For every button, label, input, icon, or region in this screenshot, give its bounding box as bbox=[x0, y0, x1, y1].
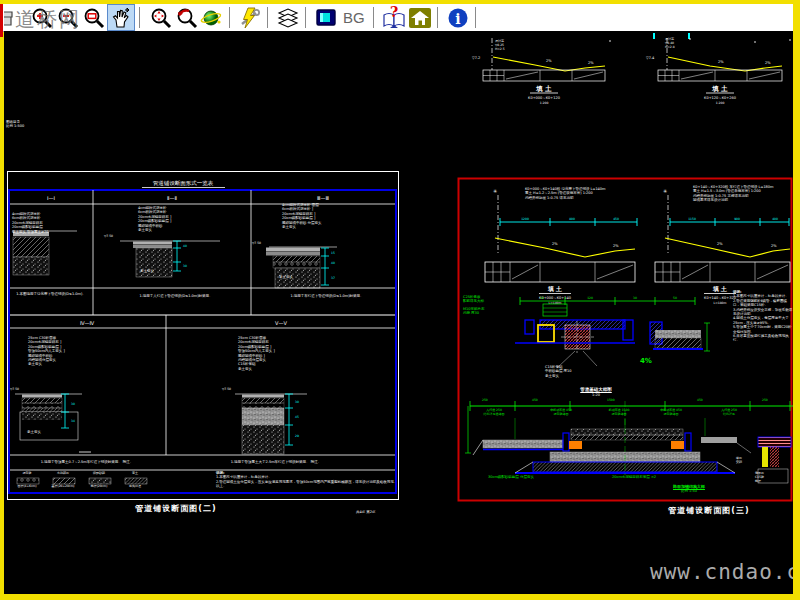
svg-text:50: 50 bbox=[673, 296, 677, 300]
toolbar-button-help[interactable]: ? bbox=[381, 5, 407, 30]
section-header: Ⅴ—Ⅴ bbox=[275, 320, 287, 326]
right-panel-caption: 管道铺设断面图(三) bbox=[644, 505, 774, 516]
help-book-icon: ? bbox=[381, 5, 407, 31]
app-window: 道桥网 bbox=[0, 0, 800, 600]
right-notes: 说明: 1.本图尺寸以厘米计，标高以米计。2.管道采用钢筋砼Ⅱ级管，橡胶圈接口，… bbox=[733, 290, 793, 343]
svg-text:30: 30 bbox=[295, 400, 299, 404]
info-icon: i bbox=[446, 6, 470, 30]
toolbar-button-layers[interactable] bbox=[275, 5, 301, 30]
section-header: Ⅱ—Ⅱ bbox=[167, 195, 177, 201]
zoom-previous-icon bbox=[174, 6, 198, 30]
dim-label: 1500 bbox=[607, 399, 631, 403]
svg-text:▽7.4: ▽7.4 bbox=[646, 56, 655, 60]
green-leader-note: C25砼盖板配筋详见大样 bbox=[463, 295, 507, 304]
trench-caption: 管道基础大样图 1:20 bbox=[550, 387, 642, 397]
spec-block-5: 25cm C30砼面板20cm水泥稳定碎石20cm级配砂砾垫层 ]管顶50cm内… bbox=[238, 336, 344, 371]
lightning-wrench-icon bbox=[238, 6, 262, 30]
section-detail-5: 30 45 29 bbox=[235, 394, 307, 454]
home-icon bbox=[408, 6, 432, 30]
toolbar-button-background[interactable] bbox=[313, 5, 339, 30]
legend-item: 级配砂砾垫层(20cm) bbox=[85, 472, 113, 489]
toolbar-button-zoom-extents[interactable] bbox=[147, 5, 173, 30]
svg-text:2%: 2% bbox=[771, 244, 777, 248]
svg-text:450: 450 bbox=[613, 217, 619, 221]
dim-label: 450 bbox=[532, 399, 556, 403]
toolbar-button-zoom-in[interactable] bbox=[29, 5, 55, 30]
profile-c-title: K0+000～K0+140段 绿化带下管道铺设 L=140m覆土 H=1.2～2… bbox=[525, 187, 643, 200]
svg-text:?: ? bbox=[390, 5, 398, 20]
svg-text:15: 15 bbox=[331, 251, 335, 255]
svg-text:40: 40 bbox=[331, 261, 335, 265]
left-panel-caption: 管道铺设断面图(二) bbox=[114, 503, 238, 514]
clipped-tool-icon[interactable] bbox=[3, 5, 29, 30]
svg-text:120: 120 bbox=[587, 296, 593, 300]
toolbar-button-quick-tools[interactable] bbox=[237, 5, 263, 30]
svg-text:K0+140～K0+320: K0+140～K0+320 bbox=[704, 296, 736, 300]
profile-a: 2% 2% ▽7.2 填 土 K0+000～K0+120 1:200 bbox=[472, 38, 605, 105]
toolbar-button-pan[interactable] bbox=[107, 4, 135, 31]
road-label: 非机动车道 450沥青砼路面 bbox=[537, 409, 585, 417]
green-leader-note: M10浆砌片石沟壁 厚30 bbox=[463, 307, 507, 316]
svg-text:1200: 1200 bbox=[521, 217, 529, 221]
svg-text:填 土: 填 土 bbox=[712, 285, 727, 293]
svg-text:40: 40 bbox=[183, 244, 187, 248]
svg-text:填 土: 填 土 bbox=[711, 85, 728, 93]
spec-block-2: 4cm细粒式沥青砼6cm粗粒式沥青砼20cm水泥稳定碎石 ]20cm级配砂砾垫层… bbox=[138, 206, 240, 232]
green-caption: 路面加铺结构大样 比例 1:50 bbox=[648, 484, 730, 493]
dim-label: 250 bbox=[482, 399, 506, 403]
svg-text:29: 29 bbox=[295, 434, 299, 438]
svg-text:30: 30 bbox=[633, 296, 637, 300]
svg-text:45: 45 bbox=[295, 415, 299, 419]
svg-text:i: i bbox=[455, 10, 460, 26]
svg-text:2%: 2% bbox=[718, 60, 724, 64]
toolbar-button-zoom-window[interactable] bbox=[81, 5, 107, 30]
svg-text:L=140m: L=140m bbox=[549, 301, 562, 305]
elevation-mark: ▽7.50 bbox=[104, 235, 124, 239]
bg-label[interactable]: BG bbox=[339, 9, 369, 26]
section-header: Ⅰ—Ⅰ bbox=[47, 195, 55, 201]
cell-note-4: 1.适用于管顶覆土0.7～2.5m车行道下铺设时采用。 附注。 bbox=[20, 460, 154, 464]
cell-note-2: 1.适用于人行道下管道铺设(D≤1.0m)时采用。 bbox=[106, 294, 246, 298]
legend-item: 水稳碎石基层(20+20cm) bbox=[49, 472, 77, 489]
svg-text:30: 30 bbox=[540, 296, 544, 300]
toolbar-button-home[interactable] bbox=[407, 5, 433, 30]
cell-note-1: 1.本图适用于绿化带下管道铺设(D≤1.0m)。 bbox=[12, 292, 90, 296]
elevation-mark: ▽7.50 bbox=[10, 388, 30, 392]
svg-text:2%: 2% bbox=[588, 61, 594, 65]
profile-a-elevation-block: 设计高▽8.25H=2.5 bbox=[495, 40, 529, 51]
toolbar-button-aerial-view[interactable] bbox=[199, 5, 225, 30]
trench-detail: 30 120 30 50 bbox=[515, 296, 710, 368]
printer-icon bbox=[4, 6, 28, 30]
elevation-mark: ▽7.50 bbox=[222, 388, 242, 392]
section-detail-3: 15 40 37 bbox=[266, 247, 337, 288]
pan-hand-icon bbox=[109, 6, 133, 30]
toolbar-separator bbox=[267, 7, 271, 28]
toolbar-button-info[interactable]: i bbox=[445, 5, 471, 30]
zoom-out-icon bbox=[56, 6, 80, 30]
spec-block-4: 25cm C30砼面板20cm水泥稳定碎石 ]20cm级配砂砾垫层 ]管顶50c… bbox=[28, 336, 140, 367]
toolbar-separator bbox=[229, 7, 233, 28]
profile-d-title: K0+140～K0+320段 车行道下管道铺设 L=180m覆土 H=1.5～3… bbox=[693, 185, 793, 203]
toolbar-button-zoom-previous[interactable] bbox=[173, 5, 199, 30]
toolbar: 道桥网 bbox=[3, 4, 793, 32]
profile-c: ✳ 1200 800 450 2% 2% bbox=[485, 188, 637, 305]
cell-note-5: 1.适用于管顶覆土大于2.5m车行道下铺设时采用。 附注。 bbox=[210, 460, 342, 464]
section-detail-1 bbox=[12, 231, 77, 275]
cad-drawing-canvas[interactable]: 图纸目录 比例 1:500 2% 2% ▽7.2 填 土 bbox=[4, 31, 793, 594]
legend-item: 素土夯实处理 bbox=[121, 472, 149, 489]
svg-text:2%: 2% bbox=[765, 61, 771, 65]
svg-text:2%: 2% bbox=[717, 242, 723, 246]
zoom-extents-icon bbox=[148, 6, 172, 30]
section-detail-4: 30 34 bbox=[15, 394, 91, 452]
svg-text:37: 37 bbox=[331, 276, 335, 280]
svg-text:1:200: 1:200 bbox=[540, 101, 549, 105]
toolbar-separator bbox=[139, 7, 143, 28]
svg-text:▽7.2: ▽7.2 bbox=[472, 56, 480, 60]
svg-text:800: 800 bbox=[569, 217, 575, 221]
curb-block bbox=[569, 441, 582, 449]
dim-label: 450 bbox=[697, 399, 721, 403]
section-header: Ⅳ—Ⅳ bbox=[80, 320, 95, 326]
svg-text:K0+000～K0+120: K0+000～K0+120 bbox=[528, 96, 560, 100]
toolbar-separator bbox=[373, 7, 377, 28]
toolbar-button-zoom-out[interactable] bbox=[55, 5, 81, 30]
